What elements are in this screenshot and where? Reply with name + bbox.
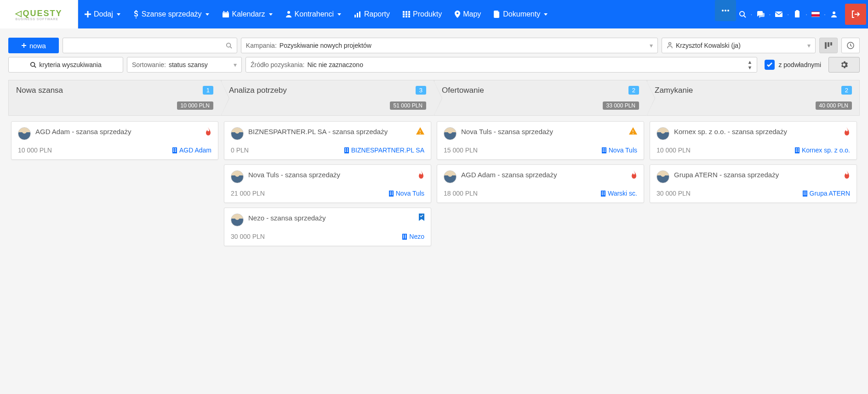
status-icon: [629, 127, 637, 135]
more-menu-button[interactable]: [715, 0, 736, 21]
search-icon[interactable]: [736, 0, 749, 28]
history-view-toggle[interactable]: [841, 38, 860, 53]
opportunity-card[interactable]: Nova Tuls - szansa sprzedaży21 000 PLNNo…: [224, 164, 431, 203]
svg-rect-13: [403, 13, 405, 15]
card-amount: 30 000 PLN: [657, 190, 691, 197]
filter-toolbar: nowa Kampania: Pozyskiwanie nowych proje…: [0, 28, 868, 76]
chat-icon[interactable]: [754, 0, 767, 28]
svg-rect-90: [805, 191, 806, 192]
svg-rect-49: [345, 150, 346, 151]
card-amount: 21 000 PLN: [231, 190, 265, 197]
card-title: Grupa ATERN - szansa sprzedaży: [674, 170, 838, 180]
status-icon: [843, 170, 850, 179]
avatar: [18, 127, 31, 140]
search-field[interactable]: [68, 42, 226, 49]
nav-item-raporty[interactable]: Raporty: [348, 0, 396, 28]
company-link[interactable]: BIZNESPARTNER.PL SA: [344, 146, 424, 154]
flag-icon[interactable]: [809, 0, 822, 28]
kanban-column: Zamykanie240 000 PLNKornex sp. z o.o. - …: [647, 80, 860, 252]
opportunity-card[interactable]: BIZNESPARTNER.PL SA - szansa sprzedaży0 …: [224, 121, 431, 160]
svg-rect-74: [601, 191, 605, 197]
svg-rect-14: [405, 13, 407, 15]
clipboard-icon[interactable]: [791, 0, 804, 28]
company-link[interactable]: Kornex sp. z o.o.: [794, 146, 850, 154]
svg-rect-87: [798, 151, 799, 152]
svg-rect-53: [389, 191, 394, 197]
company-link[interactable]: Nova Tuls: [601, 146, 637, 154]
svg-point-20: [725, 10, 726, 11]
column-title: Nowa szansa: [16, 86, 63, 95]
new-button[interactable]: nowa: [8, 38, 59, 53]
status-icon: [843, 127, 850, 135]
campaign-select[interactable]: Kampania: Pozyskiwanie nowych projektów …: [241, 38, 658, 53]
nav-item-kalendarz[interactable]: Kalendarz: [216, 0, 279, 28]
svg-rect-68: [603, 148, 604, 149]
source-select[interactable]: Źródło pozyskania: Nic nie zaznaczono ▲▼: [246, 57, 757, 73]
subordinates-checkbox[interactable]: z podwładnymi: [761, 57, 825, 73]
card-title: AGD Adam - szansa sprzedaży: [461, 170, 625, 180]
company-link[interactable]: Nezo: [402, 233, 424, 240]
kanban-view-toggle[interactable]: [819, 38, 838, 53]
status-icon: [417, 170, 424, 179]
nav-item-dodaj[interactable]: Dodaj: [78, 0, 127, 28]
column-cards: Kornex sp. z o.o. - szansa sprzedaży10 0…: [647, 116, 860, 208]
svg-rect-52: [347, 151, 348, 152]
svg-rect-85: [798, 150, 799, 151]
svg-rect-82: [796, 148, 797, 149]
sort-select[interactable]: Sortowanie: status szansy ▾: [127, 57, 242, 73]
nav-item-kontrahenci[interactable]: Kontrahenci: [279, 0, 348, 28]
company-link[interactable]: AGD Adam: [172, 146, 211, 154]
search-input[interactable]: [63, 38, 237, 53]
company-link[interactable]: Grupa ATERN: [802, 190, 850, 197]
svg-rect-69: [605, 148, 605, 149]
mail-icon[interactable]: [772, 0, 785, 28]
column-amount-badge: 51 000 PLN: [390, 101, 426, 110]
person-icon: [667, 42, 673, 49]
opportunity-card[interactable]: Nova Tuls - szansa sprzedaży15 000 PLNNo…: [437, 121, 644, 160]
owner-select[interactable]: Krzysztof Kowalski (ja) ▾: [662, 38, 816, 53]
card-amount: 15 000 PLN: [444, 146, 478, 154]
card-amount: 0 PLN: [231, 146, 249, 154]
svg-rect-76: [604, 191, 605, 192]
svg-rect-55: [392, 191, 393, 192]
opportunity-card[interactable]: Grupa ATERN - szansa sprzedaży30 000 PLN…: [650, 164, 857, 203]
svg-rect-51: [345, 151, 346, 152]
svg-rect-61: [403, 235, 404, 236]
nav-item-szanse-sprzedaży[interactable]: Szanse sprzedaży: [127, 0, 216, 28]
company-link[interactable]: Warski sc.: [600, 190, 637, 197]
opportunity-card[interactable]: AGD Adam - szansa sprzedaży10 000 PLNAGD…: [11, 121, 218, 160]
svg-point-37: [31, 62, 35, 67]
svg-point-27: [833, 11, 835, 14]
svg-rect-63: [403, 236, 404, 237]
kanban-column: Nowa szansa110 000 PLNAGD Adam - szansa …: [8, 80, 221, 252]
svg-rect-72: [603, 151, 604, 152]
svg-rect-48: [347, 148, 348, 149]
svg-rect-15: [408, 13, 410, 15]
nav-item-dokumenty[interactable]: Dokumenty: [487, 0, 554, 28]
avatar: [444, 170, 457, 183]
checkbox-icon[interactable]: [765, 60, 775, 70]
svg-rect-64: [405, 236, 406, 237]
nav-item-mapy[interactable]: Mapy: [448, 0, 487, 28]
svg-rect-10: [403, 11, 405, 13]
settings-button[interactable]: [828, 57, 860, 73]
svg-rect-79: [602, 194, 603, 195]
opportunity-card[interactable]: AGD Adam - szansa sprzedaży18 000 PLNWar…: [437, 164, 644, 203]
search-criteria-button[interactable]: kryteria wyszukiwania: [8, 57, 123, 73]
opportunity-card[interactable]: Nezo - szansa sprzedaży30 000 PLNNezo: [224, 208, 431, 246]
svg-rect-66: [405, 237, 406, 238]
opportunity-card[interactable]: Kornex sp. z o.o. - szansa sprzedaży10 0…: [650, 121, 857, 160]
svg-rect-92: [805, 193, 806, 194]
card-title: Nova Tuls - szansa sprzedaży: [461, 127, 624, 136]
card-amount: 10 000 PLN: [657, 146, 691, 154]
svg-rect-58: [390, 194, 391, 195]
svg-rect-33: [825, 42, 827, 49]
nav-item-produkty[interactable]: Produkty: [396, 0, 448, 28]
logout-button[interactable]: [845, 4, 866, 25]
svg-line-38: [34, 66, 36, 68]
svg-rect-7: [354, 15, 356, 17]
logo[interactable]: ◁QUESTY BUSINESS SOFTWARE: [0, 0, 78, 28]
card-title: BIZNESPARTNER.PL SA - szansa sprzedaży: [248, 127, 411, 136]
user-icon[interactable]: [828, 0, 840, 28]
company-link[interactable]: Nova Tuls: [388, 190, 424, 197]
